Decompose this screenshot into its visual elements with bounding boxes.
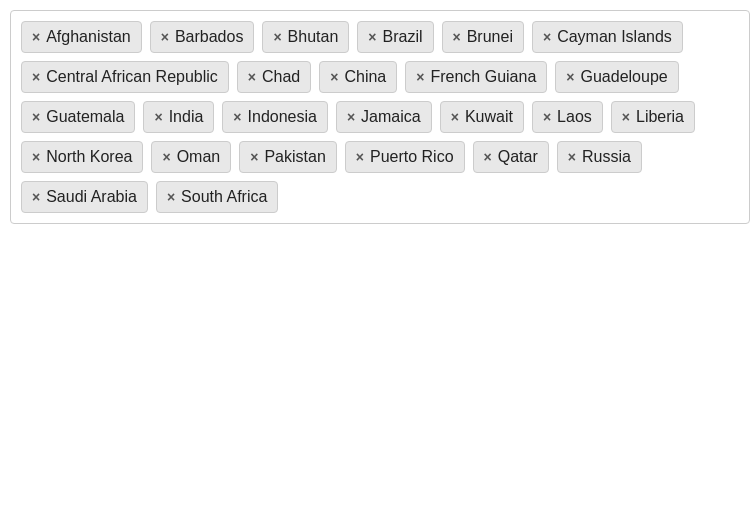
- remove-icon[interactable]: ×: [368, 29, 376, 45]
- tag-label: Cayman Islands: [557, 28, 672, 46]
- remove-icon[interactable]: ×: [248, 69, 256, 85]
- remove-icon[interactable]: ×: [543, 109, 551, 125]
- remove-icon[interactable]: ×: [32, 189, 40, 205]
- remove-icon[interactable]: ×: [451, 109, 459, 125]
- tag-label: Bhutan: [288, 28, 339, 46]
- remove-icon[interactable]: ×: [233, 109, 241, 125]
- tag-item[interactable]: ×Laos: [532, 101, 603, 133]
- tag-label: Pakistan: [264, 148, 325, 166]
- tag-item[interactable]: ×Pakistan: [239, 141, 337, 173]
- remove-icon[interactable]: ×: [347, 109, 355, 125]
- tag-label: Chad: [262, 68, 300, 86]
- tag-item[interactable]: ×Central African Republic: [21, 61, 229, 93]
- tag-label: Indonesia: [248, 108, 317, 126]
- tag-label: Qatar: [498, 148, 538, 166]
- tag-item[interactable]: ×North Korea: [21, 141, 143, 173]
- tag-item[interactable]: ×French Guiana: [405, 61, 547, 93]
- remove-icon[interactable]: ×: [162, 149, 170, 165]
- tag-label: China: [344, 68, 386, 86]
- remove-icon[interactable]: ×: [622, 109, 630, 125]
- tag-item[interactable]: ×Bhutan: [262, 21, 349, 53]
- tag-label: Liberia: [636, 108, 684, 126]
- remove-icon[interactable]: ×: [167, 189, 175, 205]
- tag-item[interactable]: ×Indonesia: [222, 101, 328, 133]
- tag-label: Saudi Arabia: [46, 188, 137, 206]
- tag-item[interactable]: ×Qatar: [473, 141, 549, 173]
- tag-item[interactable]: ×Barbados: [150, 21, 255, 53]
- tag-label: Laos: [557, 108, 592, 126]
- remove-icon[interactable]: ×: [356, 149, 364, 165]
- tag-label: Brunei: [467, 28, 513, 46]
- tag-label: Brazil: [382, 28, 422, 46]
- tag-item[interactable]: ×Guatemala: [21, 101, 135, 133]
- remove-icon[interactable]: ×: [32, 29, 40, 45]
- remove-icon[interactable]: ×: [330, 69, 338, 85]
- tag-label: Guatemala: [46, 108, 124, 126]
- tag-item[interactable]: ×Cayman Islands: [532, 21, 683, 53]
- remove-icon[interactable]: ×: [273, 29, 281, 45]
- tag-item[interactable]: ×Chad: [237, 61, 311, 93]
- tag-label: Puerto Rico: [370, 148, 454, 166]
- tag-item[interactable]: ×Kuwait: [440, 101, 524, 133]
- tag-item[interactable]: ×China: [319, 61, 397, 93]
- tag-item[interactable]: ×Brunei: [442, 21, 524, 53]
- tag-label: North Korea: [46, 148, 132, 166]
- tag-item[interactable]: ×Afghanistan: [21, 21, 142, 53]
- remove-icon[interactable]: ×: [250, 149, 258, 165]
- tag-label: Afghanistan: [46, 28, 131, 46]
- remove-icon[interactable]: ×: [568, 149, 576, 165]
- tag-item[interactable]: ×Saudi Arabia: [21, 181, 148, 213]
- tag-item[interactable]: ×Liberia: [611, 101, 695, 133]
- tag-label: South Africa: [181, 188, 267, 206]
- tag-item[interactable]: ×South Africa: [156, 181, 278, 213]
- tag-label: Jamaica: [361, 108, 421, 126]
- tag-label: Barbados: [175, 28, 244, 46]
- tag-item[interactable]: ×Jamaica: [336, 101, 432, 133]
- tag-item[interactable]: ×Russia: [557, 141, 642, 173]
- tag-item[interactable]: ×Puerto Rico: [345, 141, 465, 173]
- remove-icon[interactable]: ×: [154, 109, 162, 125]
- tag-label: India: [169, 108, 204, 126]
- remove-icon[interactable]: ×: [32, 149, 40, 165]
- tag-item[interactable]: ×Brazil: [357, 21, 433, 53]
- remove-icon[interactable]: ×: [161, 29, 169, 45]
- tag-label: Kuwait: [465, 108, 513, 126]
- remove-icon[interactable]: ×: [32, 69, 40, 85]
- tag-item[interactable]: ×India: [143, 101, 214, 133]
- tag-label: Guadeloupe: [580, 68, 667, 86]
- remove-icon[interactable]: ×: [416, 69, 424, 85]
- remove-icon[interactable]: ×: [484, 149, 492, 165]
- tag-label: Central African Republic: [46, 68, 218, 86]
- remove-icon[interactable]: ×: [32, 109, 40, 125]
- tag-label: Russia: [582, 148, 631, 166]
- tags-container: ×Afghanistan×Barbados×Bhutan×Brazil×Brun…: [10, 10, 750, 224]
- tag-label: Oman: [177, 148, 221, 166]
- remove-icon[interactable]: ×: [543, 29, 551, 45]
- tag-label: French Guiana: [430, 68, 536, 86]
- tag-item[interactable]: ×Oman: [151, 141, 231, 173]
- tag-item[interactable]: ×Guadeloupe: [555, 61, 678, 93]
- remove-icon[interactable]: ×: [566, 69, 574, 85]
- remove-icon[interactable]: ×: [453, 29, 461, 45]
